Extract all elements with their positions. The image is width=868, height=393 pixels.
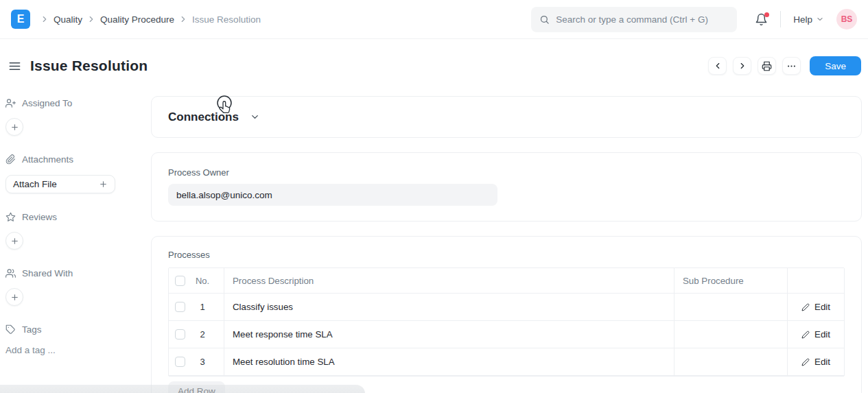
edit-row-button[interactable]: Edit <box>801 329 830 340</box>
star-icon <box>5 212 16 222</box>
column-header-description: Process Description <box>224 268 675 293</box>
add-review-button[interactable] <box>5 232 23 250</box>
navbar: E Quality Quality Procedure Issue Resolu… <box>0 0 868 39</box>
plus-icon <box>10 293 19 302</box>
plus-icon <box>10 237 19 246</box>
shared-with-label: Shared With <box>22 268 73 278</box>
edit-row-button[interactable]: Edit <box>801 302 830 312</box>
add-row-button[interactable]: Add Row <box>168 381 225 393</box>
column-header-no: No. <box>185 276 224 286</box>
assigned-to-section: Assigned To <box>5 96 137 136</box>
select-all-checkbox[interactable] <box>175 276 185 286</box>
grid-header-row: No. Process Description Sub Procedure <box>169 268 844 294</box>
add-tag-input[interactable]: Add a tag ... <box>5 345 137 355</box>
chevron-right-icon <box>178 14 188 24</box>
process-owner-field[interactable] <box>168 184 497 206</box>
tags-section: Tags Add a tag ... <box>5 322 137 355</box>
connections-section[interactable]: Connections <box>151 96 862 138</box>
chevron-right-icon <box>86 14 96 24</box>
tag-icon <box>5 324 16 335</box>
attachments-section: Attachments Attach File <box>5 152 137 193</box>
breadcrumb-item-quality-procedure[interactable]: Quality Procedure <box>100 14 174 25</box>
chevron-down-icon <box>250 112 260 122</box>
breadcrumb-item-current: Issue Resolution <box>192 14 261 25</box>
tags-label: Tags <box>22 324 42 335</box>
row-number: 3 <box>185 357 224 367</box>
sidebar-toggle-button[interactable] <box>5 57 23 75</box>
form-body: Connections Process Owner Processes No. <box>151 80 862 393</box>
divider <box>780 11 781 27</box>
processes-section: Processes No. Process Description Sub Pr… <box>151 236 862 393</box>
form-sidebar: Assigned To Attachments Attach File <box>0 80 151 393</box>
user-avatar[interactable]: BS <box>836 9 857 29</box>
row-sub-procedure[interactable] <box>675 294 788 320</box>
chevron-down-icon <box>816 15 824 23</box>
row-description[interactable]: Classify issues <box>224 294 675 320</box>
help-label: Help <box>793 14 812 25</box>
shared-with-section: Shared With <box>5 266 137 306</box>
chevron-left-icon <box>713 61 723 71</box>
global-search[interactable] <box>531 7 737 32</box>
breadcrumb-item-quality[interactable]: Quality <box>54 14 82 25</box>
process-owner-section: Process Owner <box>151 152 862 222</box>
content: Assigned To Attachments Attach File <box>0 80 868 393</box>
reviews-section: Reviews <box>5 210 137 250</box>
save-button[interactable]: Save <box>810 56 861 75</box>
page-header: Issue Resolution Save <box>5 51 861 80</box>
paperclip-icon <box>5 154 16 165</box>
edit-label: Edit <box>814 329 830 340</box>
chevron-right-icon <box>738 61 747 71</box>
attachments-label: Attachments <box>22 154 73 165</box>
search-input[interactable] <box>556 14 729 25</box>
page-title: Issue Resolution <box>30 58 148 74</box>
app-logo[interactable]: E <box>11 10 30 29</box>
row-number: 1 <box>185 302 224 312</box>
user-plus-icon <box>5 98 16 108</box>
add-assignment-button[interactable] <box>5 118 23 136</box>
add-share-button[interactable] <box>5 288 23 306</box>
attach-file-label: Attach File <box>13 179 57 189</box>
search-icon <box>539 14 550 25</box>
assigned-to-label: Assigned To <box>22 98 72 108</box>
hamburger-icon <box>8 60 21 73</box>
process-owner-label: Process Owner <box>168 167 845 178</box>
notifications-button[interactable] <box>755 13 768 26</box>
breadcrumb: Quality Quality Procedure Issue Resoluti… <box>40 14 261 25</box>
notification-dot <box>764 12 769 17</box>
row-sub-procedure[interactable] <box>675 321 788 348</box>
users-icon <box>5 268 16 278</box>
row-number: 2 <box>185 329 224 340</box>
next-record-button[interactable] <box>733 57 751 75</box>
edit-label: Edit <box>814 302 830 312</box>
pencil-icon <box>801 358 810 366</box>
row-checkbox[interactable] <box>175 357 185 367</box>
row-checkbox[interactable] <box>175 302 185 312</box>
attach-file-button[interactable]: Attach File <box>5 175 115 193</box>
processes-grid: No. Process Description Sub Procedure 1 … <box>168 267 845 377</box>
table-row[interactable]: 3 Meet resolution time SLA Edit <box>169 348 844 376</box>
pencil-icon <box>801 331 810 339</box>
plus-icon <box>10 123 19 132</box>
printer-icon <box>762 61 772 71</box>
page: E Quality Quality Procedure Issue Resolu… <box>0 0 868 393</box>
prev-record-button[interactable] <box>708 57 727 75</box>
column-header-sub-procedure: Sub Procedure <box>675 268 788 293</box>
ellipsis-icon <box>786 61 797 71</box>
edit-label: Edit <box>814 357 830 367</box>
plus-icon <box>99 180 108 189</box>
row-checkbox[interactable] <box>175 329 185 340</box>
connections-title: Connections <box>168 110 239 124</box>
chevron-right-icon <box>40 14 49 24</box>
help-menu[interactable]: Help <box>793 14 824 25</box>
row-sub-procedure[interactable] <box>675 348 788 375</box>
edit-row-button[interactable]: Edit <box>801 357 830 367</box>
table-row[interactable]: 1 Classify issues Edit <box>169 294 844 321</box>
more-options-button[interactable] <box>782 57 801 75</box>
reviews-label: Reviews <box>22 212 57 222</box>
row-description[interactable]: Meet resolution time SLA <box>224 348 675 375</box>
processes-label: Processes <box>168 250 845 260</box>
print-button[interactable] <box>758 57 776 75</box>
table-row[interactable]: 2 Meet response time SLA Edit <box>169 321 844 348</box>
row-description[interactable]: Meet response time SLA <box>224 321 675 348</box>
pencil-icon <box>801 303 810 311</box>
